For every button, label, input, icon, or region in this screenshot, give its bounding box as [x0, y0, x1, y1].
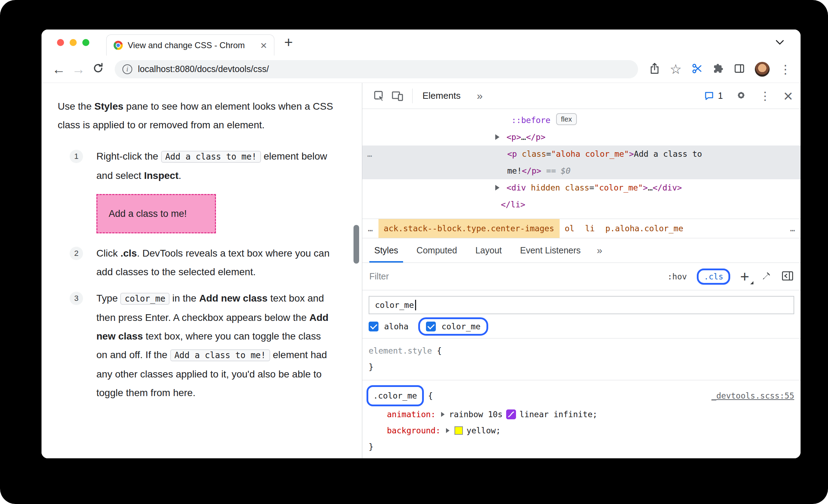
dom-node[interactable]: <div hidden class="color_me">…</div>	[362, 179, 801, 196]
toolbar-separator	[412, 89, 413, 103]
tab-styles[interactable]: Styles	[365, 238, 407, 263]
dom-token: >	[643, 183, 648, 192]
back-button[interactable]: ←	[51, 63, 67, 76]
checkbox-icon[interactable]	[369, 322, 378, 331]
property-name[interactable]: background:	[387, 422, 440, 439]
computed-sidebar-toggle-icon[interactable]	[782, 271, 794, 283]
element-style-block[interactable]: element.style { }	[362, 338, 801, 380]
dom-node[interactable]: ::beforeflex	[362, 112, 801, 129]
css-declaration[interactable]: animation:rainbow 10slinear infinite;	[369, 406, 794, 422]
breadcrumb-item[interactable]: li	[580, 219, 600, 238]
property-value[interactable]: yellow;	[466, 422, 501, 439]
dom-token: <p>	[507, 133, 521, 142]
text-segment: color_me	[120, 293, 170, 305]
step-text: Right-click the Add a class to me! eleme…	[96, 147, 335, 185]
breadcrumb-item[interactable]: ack.stack--block.type.center-images	[378, 219, 560, 238]
dom-token: <p	[507, 149, 522, 159]
minimize-window-button[interactable]	[70, 39, 77, 46]
step-number: 3	[70, 292, 83, 305]
class-toggle-aloha[interactable]: aloha	[369, 322, 408, 331]
devtools-menu-kebab-icon[interactable]: ⋮	[759, 90, 771, 102]
demo-element-label: Add a class to me!	[109, 208, 187, 219]
class-toggle-color_me[interactable]: color_me	[426, 322, 480, 331]
element-classes-button[interactable]: .cls	[704, 272, 723, 281]
tab-event-listeners[interactable]: Event Listeners	[511, 238, 590, 263]
settings-gear-icon[interactable]	[735, 90, 747, 102]
intro-paragraph: Use the Styles pane to see how an elemen…	[58, 97, 335, 134]
styles-filter-input[interactable]: Filter	[369, 271, 658, 282]
breadcrumb-item[interactable]: ol	[560, 219, 580, 238]
site-info-icon[interactable]: i	[122, 64, 132, 74]
browser-window: View and change CSS - Chrom × + ← → i lo…	[42, 30, 801, 458]
address-bar[interactable]: i localhost:8080/docs/devtools/css/	[115, 60, 638, 78]
dom-node[interactable]: …<p class="aloha color_me">Add a class t…	[362, 146, 801, 162]
flex-badge[interactable]: flex	[556, 113, 577, 125]
maximize-window-button[interactable]	[82, 39, 89, 46]
devtools-toolbar-right: 1 ⋮ ×	[704, 88, 793, 104]
browser-menu-kebab-icon[interactable]: ⋮	[779, 63, 791, 75]
inspect-element-icon[interactable]	[370, 90, 388, 102]
tab-close-icon[interactable]: ×	[260, 40, 267, 51]
reload-button[interactable]	[90, 62, 106, 76]
devtools-close-icon[interactable]: ×	[783, 88, 793, 104]
extensions-puzzle-icon[interactable]	[713, 63, 724, 76]
tab-elements[interactable]: Elements	[422, 90, 460, 101]
dom-node[interactable]: me!</p> == $0	[362, 162, 801, 179]
demo-element[interactable]: Add a class to me!	[96, 194, 216, 233]
tab-computed[interactable]: Computed	[407, 238, 466, 263]
more-tabs-icon[interactable]: »	[590, 238, 610, 263]
step-body: Click .cls. DevTools reveals a text box …	[96, 244, 335, 281]
step-number: 2	[70, 247, 83, 260]
property-name[interactable]: animation:	[387, 406, 435, 422]
color-swatch[interactable]	[454, 426, 463, 435]
dom-node[interactable]: </li>	[362, 196, 801, 213]
step-item: 2Click .cls. DevTools reveals a text box…	[58, 244, 335, 281]
new-tab-button[interactable]: +	[284, 35, 293, 50]
scissors-extension-icon[interactable]	[692, 63, 703, 76]
property-value[interactable]: rainbow 10s	[449, 406, 502, 422]
css-declaration[interactable]: background:yellow;	[369, 422, 794, 439]
expand-arrow-icon[interactable]	[495, 134, 499, 140]
dom-node[interactable]: <p>…</p>	[362, 129, 801, 146]
property-value[interactable]: linear infinite;	[520, 406, 598, 422]
breadcrumb-overflow-left[interactable]: …	[362, 224, 378, 233]
add-class-input[interactable]: color_me	[369, 296, 794, 314]
step-item: 1Right-click the Add a class to me! elem…	[58, 147, 335, 236]
close-brace: }	[369, 362, 374, 371]
tab-search-chevron-icon[interactable]	[775, 40, 784, 45]
stylesheet-source-link[interactable]: _devtools.scss:55	[712, 387, 794, 404]
checkbox-icon[interactable]	[426, 322, 436, 331]
device-toolbar-icon[interactable]	[388, 90, 407, 102]
forward-button[interactable]: →	[70, 63, 87, 76]
dom-token: …	[648, 183, 653, 192]
more-panels-icon[interactable]: »	[477, 90, 483, 102]
steps-list: 1Right-click the Add a class to me! elem…	[58, 147, 335, 402]
expand-arrow-icon[interactable]	[441, 412, 445, 417]
more-actions-icon[interactable]: …	[367, 146, 373, 162]
bookmark-star-icon[interactable]: ☆	[670, 63, 682, 76]
rule-selector[interactable]: .color_me	[373, 387, 417, 404]
breadcrumb-overflow-right[interactable]: …	[784, 224, 801, 233]
long-press-corner-icon	[750, 281, 753, 284]
expand-arrow-icon[interactable]	[446, 428, 450, 433]
close-window-button[interactable]	[57, 39, 64, 46]
page-scrollbar-thumb[interactable]	[354, 225, 359, 264]
font-editor-icon[interactable]	[761, 271, 772, 283]
dom-token: =	[589, 183, 594, 192]
open-brace: {	[428, 387, 433, 404]
browser-tab[interactable]: View and change CSS - Chrom ×	[106, 34, 274, 56]
new-style-rule-button[interactable]: +	[740, 269, 749, 284]
profile-avatar[interactable]	[755, 62, 770, 77]
toggle-element-state-button[interactable]: :hov	[668, 272, 687, 281]
annotation-ring-selector: .color_me	[367, 385, 424, 406]
dom-token: me!	[507, 166, 522, 175]
class-label: aloha	[384, 322, 408, 331]
easing-editor-icon[interactable]	[506, 409, 516, 419]
breadcrumb-item[interactable]: p.aloha.color_me	[600, 219, 689, 238]
element-style-selector[interactable]: element.style	[369, 346, 432, 355]
tab-layout[interactable]: Layout	[466, 238, 511, 263]
expand-arrow-icon[interactable]	[495, 185, 499, 190]
side-panel-icon[interactable]	[734, 63, 745, 76]
issues-counter[interactable]: 1	[704, 91, 723, 101]
share-icon[interactable]	[649, 63, 660, 76]
